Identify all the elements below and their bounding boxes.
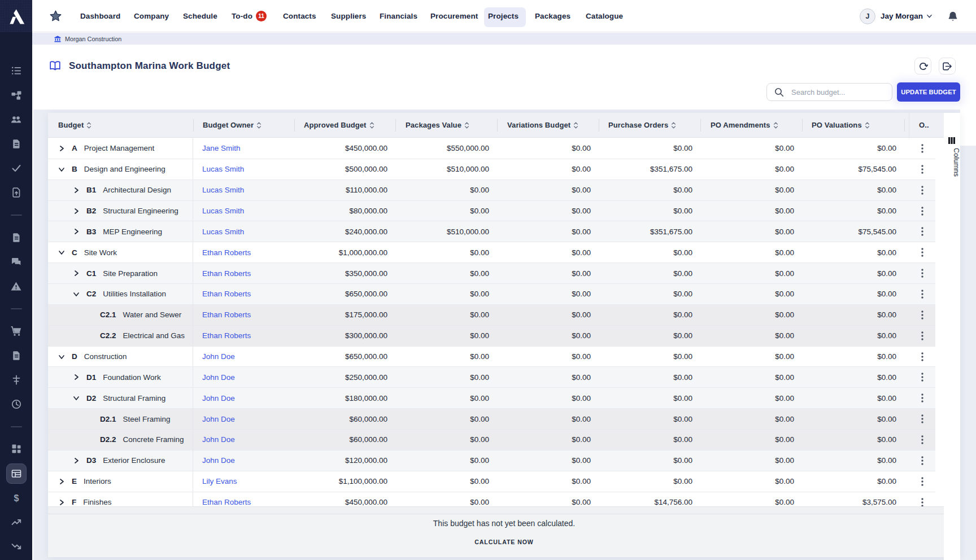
svg-text:$: $	[14, 493, 19, 503]
